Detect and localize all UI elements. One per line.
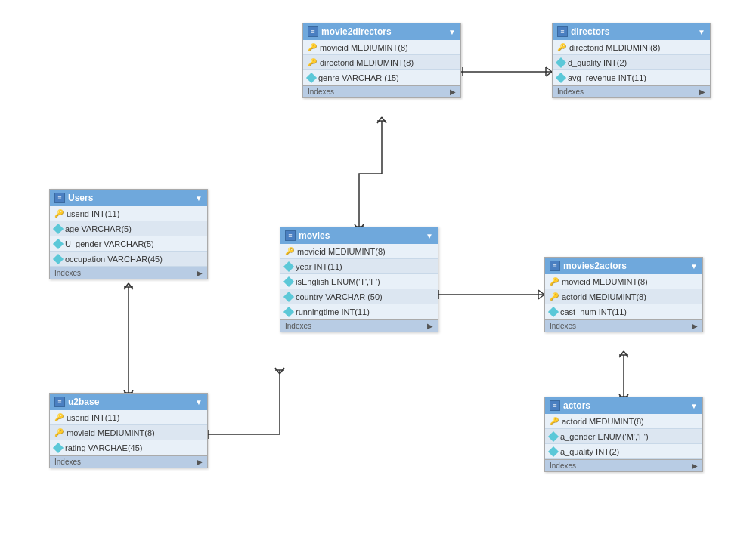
field-row-directors-1: d_quality INT(2) (553, 55, 710, 70)
field-row-movies2actors-0: 🔑movieid MEDUMINT(8) (545, 274, 702, 289)
field-row-users-1: age VARCHAR(5) (50, 221, 207, 236)
svg-line-21 (624, 351, 628, 357)
dropdown-arrow-movies[interactable]: ▼ (426, 232, 433, 240)
dropdown-arrow-movies2actors[interactable]: ▼ (690, 262, 698, 270)
field-text-movies-0: movieid MEDIUMINT(8) (297, 247, 386, 256)
indexes-row-u2base[interactable]: Indexes ▶ (50, 455, 207, 468)
indexes-row-actors[interactable]: Indexes ▶ (545, 459, 702, 471)
field-row-u2base-1: 🔑movieid MEDIUMINT(8) (50, 425, 207, 440)
field-text-movies2actors-2: cast_num INT(11) (560, 307, 627, 316)
indexes-arrow-users: ▶ (197, 269, 203, 277)
table-header-actors[interactable]: ≡ actors ▼ (545, 397, 702, 414)
field-text-users-0: userid INT(11) (67, 209, 119, 218)
field-text-movie2directors-1: directorid MEDIUMINT(8) (320, 58, 414, 67)
svg-line-16 (538, 295, 544, 299)
diamond-icon (306, 72, 317, 82)
table-header-movie2directors[interactable]: ≡ movie2directors ▼ (303, 23, 460, 40)
diamond-icon (284, 276, 294, 286)
field-row-directors-0: 🔑directorid MEDIUMINI(8) (553, 40, 710, 55)
table-movies: ≡ movies ▼ 🔑movieid MEDIUMINT(8)year INT… (280, 227, 438, 332)
svg-line-3 (546, 67, 552, 72)
erd-canvas: ≡ movie2directors ▼ 🔑movieid MEDIUMINT(8… (0, 0, 756, 534)
field-text-actors-2: a_quality INT(2) (560, 447, 619, 456)
svg-line-28 (129, 283, 133, 289)
field-row-movies2actors-2: cast_num INT(11) (545, 304, 702, 319)
table-name-actors: actors (563, 400, 590, 411)
field-text-u2base-1: movieid MEDIUMINT(8) (67, 428, 155, 437)
field-row-movies-1: year INT(11) (280, 259, 438, 274)
indexes-label-movies: Indexes (285, 322, 311, 330)
key-icon: 🔑 (285, 247, 294, 255)
table-icon: ≡ (285, 230, 296, 241)
table-u2base: ≡ u2base ▼ 🔑userid INT(11)🔑movieid MEDIU… (49, 393, 208, 468)
indexes-arrow-movies: ▶ (427, 322, 433, 330)
table-icon: ≡ (557, 26, 568, 37)
table-movies2actors: ≡ movies2actors ▼ 🔑movieid MEDUMINT(8)🔑a… (544, 257, 703, 332)
table-header-movies2actors[interactable]: ≡ movies2actors ▼ (545, 258, 702, 274)
field-text-directors-2: avg_revenue INT(11) (568, 73, 646, 82)
indexes-label-actors: Indexes (550, 461, 576, 470)
indexes-arrow-movies2actors: ▶ (692, 322, 698, 330)
key-icon: 🔑 (54, 428, 64, 437)
field-text-users-2: U_gender VARCHAR(5) (65, 239, 154, 248)
field-row-users-0: 🔑userid INT(11) (50, 206, 207, 221)
field-row-movies2actors-1: 🔑actorid MEDIUMINT(8) (545, 289, 702, 304)
indexes-label-movie2directors: Indexes (308, 88, 334, 96)
indexes-label-directors: Indexes (557, 88, 584, 96)
indexes-row-movies[interactable]: Indexes ▶ (280, 319, 438, 332)
indexes-row-movie2directors[interactable]: Indexes ▶ (303, 85, 460, 97)
diamond-icon (53, 442, 64, 452)
table-header-u2base[interactable]: ≡ u2base ▼ (50, 394, 207, 410)
indexes-arrow-movie2directors: ▶ (450, 88, 456, 96)
field-row-actors-0: 🔑actorid MEDUMINT(8) (545, 414, 702, 429)
dropdown-arrow-directors[interactable]: ▼ (698, 28, 705, 36)
dropdown-arrow-u2base[interactable]: ▼ (195, 398, 203, 406)
diamond-icon (53, 223, 64, 233)
dropdown-arrow-movie2directors[interactable]: ▼ (448, 28, 456, 36)
field-text-movies-4: runningtime INT(11) (296, 307, 370, 316)
key-icon: 🔑 (308, 58, 317, 66)
indexes-label-movies2actors: Indexes (550, 322, 576, 330)
field-row-movie2directors-0: 🔑movieid MEDIUMINT(8) (303, 40, 460, 55)
table-icon: ≡ (308, 26, 318, 37)
table-header-movies[interactable]: ≡ movies ▼ (280, 227, 438, 244)
field-row-actors-2: a_quality INT(2) (545, 444, 702, 459)
dropdown-arrow-users[interactable]: ▼ (195, 194, 203, 202)
diamond-icon (548, 306, 559, 316)
table-header-users[interactable]: ≡ Users ▼ (50, 190, 207, 206)
svg-line-7 (377, 117, 382, 123)
svg-line-35 (275, 368, 280, 374)
field-text-actors-0: actorid MEDUMINT(8) (562, 417, 644, 426)
indexes-row-movies2actors[interactable]: Indexes ▶ (545, 319, 702, 332)
field-text-movies2actors-1: actorid MEDIUMINT(8) (562, 292, 646, 301)
field-text-users-3: occupation VARCHAR(45) (65, 255, 163, 264)
diamond-icon (284, 291, 294, 301)
key-icon: 🔑 (54, 413, 64, 421)
indexes-row-users[interactable]: Indexes ▶ (50, 267, 207, 279)
field-row-movies-4: runningtime INT(11) (280, 304, 438, 319)
diamond-icon (548, 431, 559, 441)
diamond-icon (284, 261, 294, 271)
table-name-directors: directors (571, 26, 609, 37)
svg-line-20 (619, 351, 624, 357)
indexes-row-directors[interactable]: Indexes ▶ (553, 85, 710, 97)
field-text-actors-1: a_gender ENUM('M','F') (560, 432, 649, 441)
table-header-directors[interactable]: ≡ directors ▼ (553, 23, 710, 40)
indexes-arrow-directors: ▶ (699, 88, 705, 96)
field-row-directors-2: avg_revenue INT(11) (553, 70, 710, 85)
field-text-movies-3: country VARCHAR (50) (296, 292, 383, 301)
indexes-arrow-actors: ▶ (692, 461, 698, 470)
field-row-movies-3: country VARCHAR (50) (280, 289, 438, 304)
diamond-icon (284, 306, 294, 316)
dropdown-arrow-actors[interactable]: ▼ (690, 402, 698, 410)
field-row-users-3: occupation VARCHAR(45) (50, 252, 207, 267)
field-row-u2base-0: 🔑userid INT(11) (50, 410, 207, 425)
indexes-label-u2base: Indexes (54, 458, 81, 466)
table-icon: ≡ (550, 261, 560, 271)
field-row-movies-0: 🔑movieid MEDIUMINT(8) (280, 244, 438, 259)
field-text-directors-1: d_quality INT(2) (568, 58, 627, 67)
field-row-users-2: U_gender VARCHAR(5) (50, 236, 207, 252)
table-icon: ≡ (54, 193, 65, 203)
table-name-movie2directors: movie2directors (321, 26, 392, 37)
table-directors: ≡ directors ▼ 🔑directorid MEDIUMINI(8)d_… (552, 23, 711, 98)
